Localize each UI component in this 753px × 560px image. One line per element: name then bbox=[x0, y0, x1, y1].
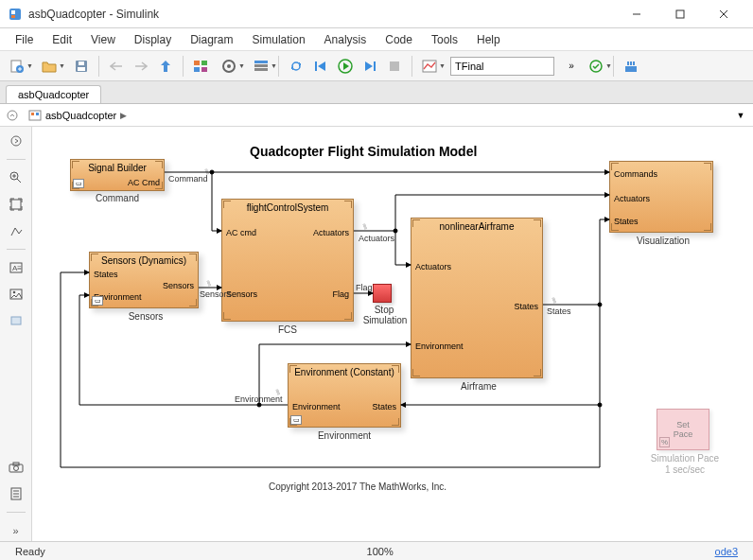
step-back-button[interactable] bbox=[309, 55, 332, 78]
stop-time-field[interactable] bbox=[450, 57, 554, 76]
screenshot-button[interactable] bbox=[6, 457, 26, 478]
tabstrip: asbQuadcopter bbox=[0, 81, 753, 104]
block-label-command: Command bbox=[89, 193, 146, 203]
area-button[interactable] bbox=[6, 310, 26, 331]
build-button[interactable]: ▼ bbox=[585, 55, 607, 78]
block-label-visualization: Visualization bbox=[633, 236, 693, 246]
breadcrumb-root[interactable]: asbQuadcopter ▶ bbox=[25, 108, 131, 123]
menu-diagram[interactable]: Diagram bbox=[181, 30, 242, 49]
svg-rect-34 bbox=[29, 111, 41, 120]
menu-display[interactable]: Display bbox=[125, 30, 181, 49]
block-label-environment: Environment bbox=[316, 430, 373, 441]
library-browser-button[interactable] bbox=[189, 55, 212, 78]
block-label-stop1: Stop bbox=[373, 305, 395, 315]
zoom-button[interactable] bbox=[6, 167, 26, 188]
model-explorer-button[interactable]: ▼ bbox=[250, 55, 272, 78]
expand-palette-button[interactable]: » bbox=[6, 520, 26, 541]
more-toolbar-button[interactable]: » bbox=[560, 55, 583, 78]
pace-l2: Pace bbox=[674, 429, 693, 439]
svg-rect-22 bbox=[254, 68, 268, 71]
port-in: States bbox=[94, 270, 118, 279]
hide-browser-button[interactable] bbox=[6, 131, 26, 151]
block-title: Signal Builder bbox=[71, 160, 164, 176]
tab-model[interactable]: asbQuadcopter bbox=[6, 85, 101, 103]
svg-rect-47 bbox=[11, 317, 21, 324]
port-out: States bbox=[514, 302, 538, 311]
forward-button[interactable] bbox=[130, 55, 152, 78]
block-sensors[interactable]: Sensors (Dynamics) States Environment Se… bbox=[89, 252, 199, 308]
subsystem-icon: ▭ bbox=[73, 179, 84, 188]
block-stop-simulation[interactable] bbox=[373, 284, 392, 303]
close-button[interactable] bbox=[702, 0, 745, 28]
pace-l1: Set bbox=[676, 420, 690, 429]
svg-rect-23 bbox=[315, 61, 317, 71]
menu-analysis[interactable]: Analysis bbox=[315, 30, 376, 49]
breadcrumb-bar: asbQuadcopter ▶ ▼ bbox=[0, 104, 753, 127]
svg-rect-42 bbox=[11, 200, 21, 209]
block-environment[interactable]: Environment (Constant) Environment State… bbox=[288, 363, 401, 428]
nav-up-button[interactable] bbox=[4, 107, 21, 124]
diagram-title: Quadcopter Flight Simulation Model bbox=[250, 144, 477, 159]
log-icon: ⦀ bbox=[205, 278, 213, 289]
port-in: States bbox=[614, 217, 639, 226]
block-airframe[interactable]: nonlinearAirframe Actuators Environment … bbox=[411, 218, 543, 378]
up-button[interactable] bbox=[154, 55, 177, 78]
svg-rect-20 bbox=[254, 61, 268, 63]
run-button[interactable] bbox=[334, 55, 357, 78]
svg-point-57 bbox=[598, 303, 602, 306]
menu-edit[interactable]: Edit bbox=[43, 30, 81, 49]
toolbar: ▼ ▼ ▼ ▼ ▼ » ▼ bbox=[0, 51, 753, 81]
menu-file[interactable]: File bbox=[6, 30, 43, 49]
block-signal-builder[interactable]: Signal Builder AC Cmd ▭ bbox=[70, 159, 165, 191]
model-properties-button[interactable] bbox=[6, 483, 26, 504]
signal-actuators: Actuators bbox=[359, 234, 394, 243]
port-out: Flag bbox=[332, 289, 349, 299]
menu-code[interactable]: Code bbox=[376, 30, 422, 49]
log-icon: ⦀ bbox=[361, 221, 369, 233]
status-solver[interactable]: ode3 bbox=[708, 546, 745, 557]
signal-sensors: Sensors bbox=[200, 289, 231, 299]
menu-simulation[interactable]: Simulation bbox=[243, 30, 315, 49]
block-fcs[interactable]: flightControlSystem AC cmd Sensors Actua… bbox=[221, 199, 354, 322]
model-configuration-button[interactable]: ▼ bbox=[218, 55, 240, 78]
toggle-sample-time-button[interactable] bbox=[6, 220, 26, 241]
svg-rect-31 bbox=[630, 61, 632, 65]
port-out: States bbox=[372, 402, 396, 411]
signal-environment: Environment bbox=[235, 394, 283, 404]
block-title: Sensors (Dynamics) bbox=[90, 253, 198, 269]
svg-rect-1 bbox=[11, 10, 15, 14]
save-button[interactable] bbox=[70, 55, 93, 78]
block-label-airframe: Airframe bbox=[458, 381, 499, 392]
svg-text:A≡: A≡ bbox=[12, 264, 22, 272]
svg-rect-4 bbox=[676, 10, 684, 18]
image-button[interactable] bbox=[6, 284, 26, 305]
deploy-button[interactable] bbox=[620, 55, 642, 78]
menu-view[interactable]: View bbox=[81, 30, 125, 49]
svg-rect-36 bbox=[36, 113, 39, 115]
stop-button[interactable] bbox=[383, 55, 406, 78]
data-inspector-button[interactable]: ▼ bbox=[418, 55, 441, 78]
minimize-button[interactable] bbox=[615, 0, 658, 28]
update-diagram-button[interactable] bbox=[285, 55, 307, 78]
back-button[interactable] bbox=[105, 55, 128, 78]
block-label-pace2: 1 sec/sec bbox=[657, 464, 713, 475]
menu-help[interactable]: Help bbox=[467, 30, 510, 49]
port-in: Actuators bbox=[614, 194, 650, 203]
new-model-button[interactable]: ▼ bbox=[6, 55, 28, 78]
status-zoom[interactable]: 100% bbox=[359, 546, 401, 557]
open-button[interactable]: ▼ bbox=[38, 55, 61, 78]
breadcrumb-dropdown[interactable]: ▼ bbox=[732, 107, 749, 124]
block-visualization[interactable]: Commands Actuators States bbox=[609, 161, 713, 233]
subsystem-icon: ▭ bbox=[92, 296, 103, 306]
fit-to-view-button[interactable] bbox=[6, 194, 26, 215]
menu-tools[interactable]: Tools bbox=[422, 30, 467, 49]
annotation-button[interactable]: A≡ bbox=[6, 257, 26, 278]
log-icon: ⦀ bbox=[551, 295, 558, 306]
port-in: Actuators bbox=[415, 262, 451, 271]
block-simulation-pace[interactable]: Set Pace % bbox=[657, 409, 709, 450]
canvas[interactable]: Quadcopter Flight Simulation Model Signa… bbox=[32, 127, 753, 541]
step-forward-button[interactable] bbox=[359, 55, 381, 78]
maximize-button[interactable] bbox=[658, 0, 702, 28]
block-title: Environment (Constant) bbox=[289, 364, 400, 380]
svg-rect-14 bbox=[194, 61, 200, 65]
